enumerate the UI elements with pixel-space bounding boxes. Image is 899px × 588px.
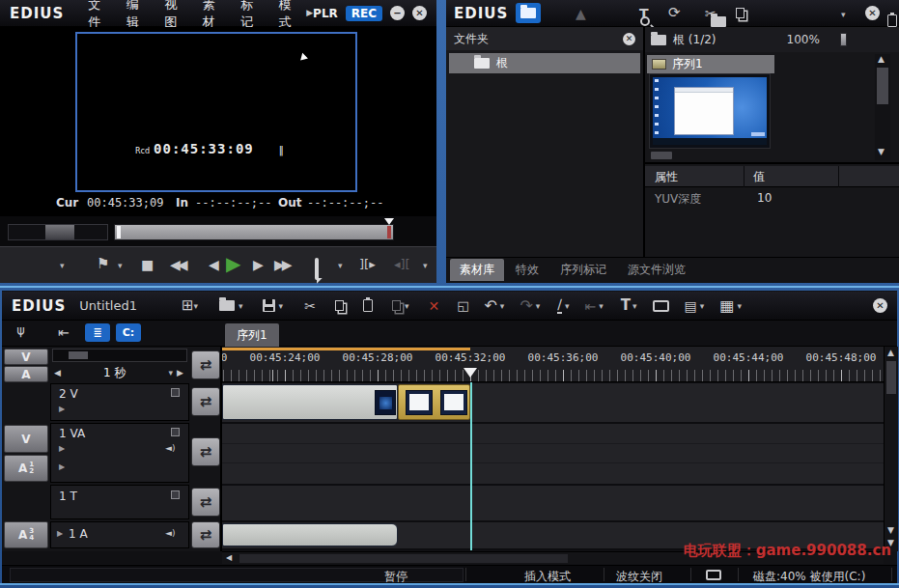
menu-clip[interactable]: 素材 (203, 0, 219, 31)
track-2v-expand-icon[interactable]: ▶ (59, 406, 65, 413)
timescale-value[interactable]: 1 秒 (103, 365, 126, 381)
undo-dropdown-icon[interactable]: ▾ (500, 301, 505, 311)
replace-icon[interactable]: ⟳ (668, 6, 681, 20)
timescale-selector[interactable]: ◀ 1 秒 ▾ ▶ (52, 363, 187, 382)
menu-view[interactable]: 视图 (164, 0, 181, 31)
track-1va-speaker-icon[interactable]: ◄) (165, 444, 175, 453)
clip-1a-audio[interactable] (222, 523, 398, 546)
ripple-delete-icon[interactable]: ◱ (457, 299, 468, 312)
marker-dropdown-icon[interactable]: ▾ (118, 262, 123, 270)
ripple-mode-button[interactable]: C: (116, 323, 141, 342)
property-row[interactable]: YUV深度 10 (645, 189, 899, 209)
video-preview[interactable]: Rcd 00:45:33:09 ‖ (0, 27, 436, 214)
track-1a-speaker-icon[interactable]: ◄) (165, 529, 175, 538)
scroll-down-icon[interactable]: ▼ (878, 148, 885, 156)
sequence-tab[interactable]: 序列1 (225, 323, 279, 347)
add-title-icon[interactable]: T (639, 7, 649, 20)
extend-mode-icon[interactable]: ⇤ (58, 325, 70, 339)
patch-a34-1a[interactable]: A 34 (4, 521, 48, 548)
playhead-triangle[interactable] (464, 368, 477, 382)
track-2v-lock-icon[interactable] (171, 388, 180, 397)
bin-view-button[interactable] (516, 3, 541, 23)
track-1va-expand-icon[interactable]: ▶ (59, 445, 65, 453)
stop-button[interactable]: ■ (141, 258, 154, 271)
track-header-2v[interactable]: 2 V ▶ (50, 383, 189, 421)
next-frame-button[interactable]: ▶ (253, 258, 264, 271)
clipview-scrollbar[interactable]: ▲ ▼ (875, 54, 890, 160)
lane-1t[interactable] (222, 486, 884, 520)
razor-dropdown-icon[interactable]: ▾ (565, 301, 570, 311)
grid-dropdown-icon[interactable]: ▾ (737, 301, 742, 311)
menu-mode[interactable]: 模式 (279, 0, 295, 31)
undo-icon[interactable]: ↶ (484, 298, 496, 314)
scale-left-icon[interactable]: ◀ (54, 369, 61, 378)
play-button[interactable]: ▶ (226, 254, 240, 273)
goto-in-button[interactable]: ][▸ (359, 258, 376, 270)
open-project-icon[interactable] (219, 300, 235, 311)
tab-effects[interactable]: 特效 (506, 259, 548, 281)
open-project-dropdown-icon[interactable]: ▾ (239, 301, 243, 311)
tab-sequence-marker[interactable]: 序列标记 (550, 259, 616, 281)
status-monitor-icon[interactable] (706, 570, 721, 580)
timeline-ruler[interactable]: 00:45:20;00 00:45:24;00 00:45:28;00 00:4… (222, 347, 884, 382)
position-thumb[interactable] (117, 226, 121, 238)
paste-special-dropdown-icon[interactable]: ▾ (405, 301, 409, 311)
hscroll-thumb[interactable] (239, 554, 568, 563)
menu-edit[interactable]: 编辑 (126, 0, 143, 31)
transport-more-icon[interactable]: ▾ (423, 262, 428, 270)
patch-v-1va[interactable]: V (4, 425, 48, 453)
tab-bin[interactable]: 素材库 (450, 259, 504, 281)
timeline-copy-icon[interactable] (335, 300, 344, 311)
folder-tree-close-icon[interactable]: ✕ (623, 33, 635, 45)
track-header-1va[interactable]: 1 VA ▶ ◄) ▶ (50, 423, 189, 483)
lane-1va[interactable] (222, 424, 884, 484)
status-ripple[interactable]: 波纹关闭 (616, 569, 662, 585)
prev-frame-button[interactable]: ◀ (209, 258, 219, 271)
folder-item-root[interactable]: 根 (449, 53, 640, 73)
track-1va-swap-button[interactable]: ⇄ (191, 437, 220, 466)
loop-dropdown-icon[interactable]: ▾ (338, 262, 343, 270)
timeline-close-button[interactable]: ✕ (873, 298, 887, 313)
voiceover-icon[interactable] (653, 300, 669, 312)
scale-right-icon[interactable]: ▶ (177, 369, 183, 378)
track-1t-swap-button[interactable]: ⇄ (191, 488, 220, 517)
scale-swap-button[interactable]: ⇄ (191, 350, 220, 379)
plr-mode-button[interactable]: PLR (313, 7, 338, 20)
position-slider[interactable] (114, 224, 394, 240)
effects-toggle-icon[interactable]: ▤ (685, 299, 697, 313)
rewind-button[interactable]: ◀◀ (170, 258, 185, 271)
razor-icon[interactable]: ∕ (557, 297, 562, 314)
track-1a-expand-icon[interactable]: ▶ (57, 530, 63, 538)
vscroll-up-icon[interactable]: ▲ (887, 349, 894, 357)
sequence-thumbnail[interactable] (649, 73, 771, 149)
menu-file[interactable]: 文件 (88, 0, 104, 31)
patch-a-top[interactable]: A (4, 366, 48, 382)
loop-playback-icon[interactable] (315, 258, 319, 280)
scale-dropdown-icon[interactable]: ▾ (169, 368, 174, 378)
track-1va-expand2-icon[interactable]: ▶ (59, 463, 65, 471)
track-1t-lock-icon[interactable] (171, 490, 180, 499)
zoom-slider-knob[interactable] (840, 33, 847, 46)
clip-item-sequence1[interactable]: 序列1 (647, 55, 774, 73)
track-1va-lock-icon[interactable] (171, 428, 180, 436)
hscroll-left-icon[interactable]: ◀ (226, 554, 232, 562)
paste-icon[interactable] (887, 14, 897, 27)
timeline-paste-icon[interactable] (363, 299, 373, 312)
clip-2v-gray[interactable] (222, 384, 398, 420)
transport-dropdown-icon[interactable]: ▾ (60, 262, 65, 270)
title-dropdown-icon[interactable]: ▾ (632, 301, 637, 311)
track-header-1t[interactable]: 1 T (50, 485, 189, 519)
track-1a-swap-button[interactable]: ⇄ (191, 521, 220, 548)
menu-marker[interactable]: 标记 (240, 0, 257, 31)
paste-special-icon[interactable] (392, 300, 401, 311)
effects-dropdown-icon[interactable]: ▾ (700, 301, 705, 311)
vscroll-down-icon[interactable]: ▼ (887, 526, 894, 535)
sync-point-icon[interactable]: ⋔ (15, 325, 27, 339)
menu-overflow-icon[interactable]: ▶ (306, 9, 313, 17)
add-source-icon[interactable]: ⊞ (182, 298, 194, 313)
title-tool-icon[interactable]: T (621, 298, 631, 313)
ffwd-button[interactable]: ▶▶ (274, 258, 290, 271)
bin-close-button[interactable]: ✕ (865, 6, 880, 20)
scroll-up-icon[interactable]: ▲ (878, 55, 885, 64)
rec-mode-button[interactable]: REC (346, 6, 382, 21)
